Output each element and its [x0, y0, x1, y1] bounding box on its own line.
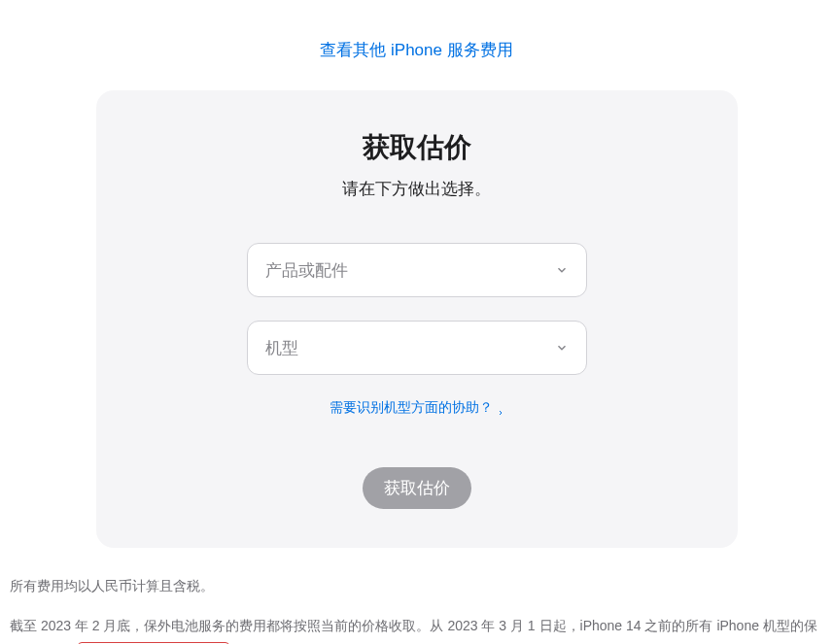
product-select-wrapper: 产品或配件	[247, 243, 587, 297]
model-select-placeholder: 机型	[265, 337, 298, 359]
get-estimate-button[interactable]: 获取估价	[363, 467, 471, 509]
card-subtitle: 请在下方做出选择。	[145, 178, 689, 200]
view-other-services-link[interactable]: 查看其他 iPhone 服务费用	[320, 41, 512, 59]
product-select-placeholder: 产品或配件	[265, 259, 348, 282]
footer-line-2-part1: 截至 2023 年 2 月底，保外电池服务的费用都将按照当前的价格收取。从 20…	[10, 618, 817, 644]
top-link-container: 查看其他 iPhone 服务费用	[10, 0, 823, 90]
card-title: 获取估价	[145, 129, 689, 166]
chevron-down-icon	[555, 341, 569, 355]
help-link-label: 需要识别机型方面的协助？	[330, 399, 493, 417]
footer-line-2: 截至 2023 年 2 月底，保外电池服务的费用都将按照当前的价格收取。从 20…	[10, 613, 823, 644]
footer-text: 所有费用均以人民币计算且含税。 截至 2023 年 2 月底，保外电池服务的费用…	[10, 548, 823, 644]
product-select[interactable]: 产品或配件	[247, 243, 587, 297]
model-select-wrapper: 机型	[247, 321, 587, 375]
footer-line-1: 所有费用均以人民币计算且含税。	[10, 573, 823, 599]
identify-model-help-link[interactable]: 需要识别机型方面的协助？	[330, 399, 504, 417]
chevron-right-icon	[497, 404, 504, 412]
model-select[interactable]: 机型	[247, 321, 587, 375]
chevron-down-icon	[555, 263, 569, 277]
help-link-container: 需要识别机型方面的协助？	[145, 398, 689, 417]
estimate-card: 获取估价 请在下方做出选择。 产品或配件 机型 需要识别机型方面的协助？	[96, 90, 738, 548]
